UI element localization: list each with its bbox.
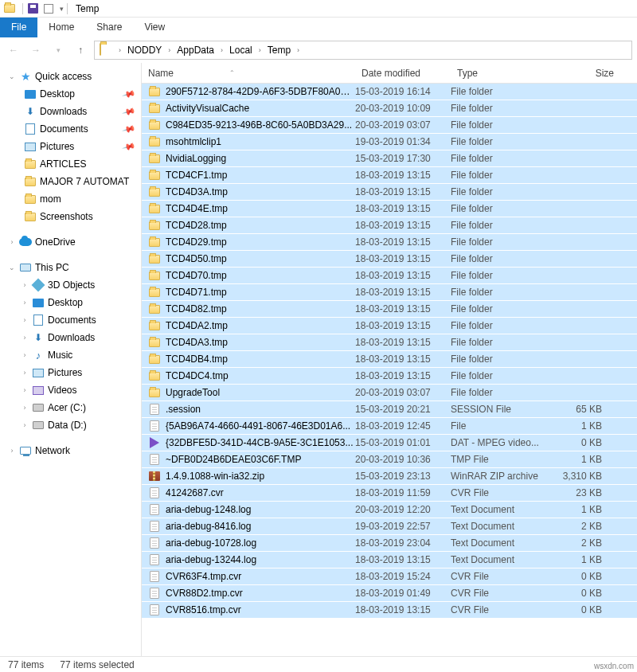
tree-item[interactable]: ›Desktop [0,294,141,311]
table-row[interactable]: ~DFB0D24B6DEAE03C6F.TMP20-03-2019 10:36T… [142,451,637,468]
col-name[interactable]: Name⌃ [142,68,355,79]
table-row[interactable]: TCD4D71.tmp18-03-2019 13:15File folder [142,284,637,301]
chevron-down-icon[interactable]: ⌄ [8,264,16,272]
table-row[interactable]: TCD4DB4.tmp18-03-2019 13:15File folder [142,351,637,368]
network-icon [19,444,32,457]
folder-icon [148,85,161,98]
col-date[interactable]: Date modified [355,68,451,79]
table-row[interactable]: ActivityVisualCache20-03-2019 10:09File … [142,100,637,117]
chevron-right-icon[interactable]: › [115,46,124,54]
chevron-right-icon[interactable]: › [21,281,29,289]
chevron-right-icon[interactable]: › [8,447,16,455]
chevron-right-icon[interactable]: › [256,46,264,54]
crumb-temp[interactable]: Temp [264,43,294,57]
table-row[interactable]: TCD4DC4.tmp18-03-2019 13:15File folder [142,368,637,385]
tree-item[interactable]: ›Data (D:) [0,416,141,434]
tree-network[interactable]: › Network [0,442,141,459]
crumb-noddy[interactable]: NODDY [124,43,165,57]
column-headers: Name⌃ Date modified Type Size [142,63,637,84]
table-row[interactable]: TCD4D29.tmp18-03-2019 13:15File folder [142,234,637,251]
table-row[interactable]: CVR63F4.tmp.cvr18-03-2019 15:24CVR File0… [142,568,637,585]
crumb-appdata[interactable]: AppData [174,43,217,57]
tree-item[interactable]: ⬇Downloads📌 [0,103,141,120]
table-row[interactable]: 1.4.9.1088-win-ia32.zip15-03-2019 23:13W… [142,468,637,485]
table-row[interactable]: UpgradeTool20-03-2019 03:07File folder [142,385,637,401]
tree-item[interactable]: ›Videos [0,381,141,399]
tree-item[interactable]: ARTICLES [0,155,141,173]
chevron-right-icon[interactable]: › [21,404,29,412]
chevron-right-icon[interactable]: › [165,46,174,54]
chevron-right-icon[interactable]: › [21,299,29,307]
chevron-right-icon[interactable]: › [217,46,226,54]
tree-item[interactable]: Screenshots [0,208,141,225]
save-icon[interactable] [26,2,39,15]
chevron-right-icon[interactable]: › [21,351,29,359]
table-row[interactable]: NvidiaLogging15-03-2019 17:30File folder [142,150,637,167]
chevron-right-icon[interactable]: › [8,238,16,246]
table-row[interactable]: {5AB96A74-4660-4491-8067-46E3D01A6...18-… [142,418,637,435]
tree-item[interactable]: Desktop📌 [0,85,141,103]
up-button[interactable]: ↑ [72,41,89,59]
table-row[interactable]: aria-debug-13244.log18-03-2019 13:15Text… [142,552,637,568]
col-type[interactable]: Type [451,68,549,79]
tree-item[interactable]: ›Acer (C:) [0,399,141,416]
table-row[interactable]: CVR88D2.tmp.cvr18-03-2019 01:49CVR File0… [142,585,637,602]
chevron-right-icon[interactable]: › [21,386,29,394]
table-row[interactable]: aria-debug-10728.log18-03-2019 23:04Text… [142,535,637,552]
table-row[interactable]: C984ED35-9213-496B-8C60-5A0BD3A29...20-0… [142,117,637,134]
tree-item[interactable]: mom [0,190,141,208]
table-row[interactable]: TCD4CF1.tmp18-03-2019 13:15File folder [142,167,637,184]
tree-item[interactable]: ›3D Objects [0,276,141,294]
table-row[interactable]: TCD4DA3.tmp18-03-2019 13:15File folder [142,334,637,351]
table-row[interactable]: TCD4D70.tmp18-03-2019 13:15File folder [142,268,637,284]
chevron-right-icon[interactable]: › [21,334,29,342]
back-button[interactable]: ← [5,41,22,59]
tree-item[interactable]: ›Pictures [0,364,141,381]
table-row[interactable]: 41242687.cvr18-03-2019 11:59CVR File23 K… [142,485,637,502]
properties-icon[interactable] [42,2,55,15]
chevron-down-icon[interactable]: ⌄ [8,72,16,80]
tab-share[interactable]: Share [85,18,133,37]
cell-size: 1 KB [549,554,608,565]
breadcrumb[interactable]: › NODDY › AppData › Local › Temp › [94,41,632,60]
tree-quick-access[interactable]: ⌄ ★ Quick access [0,68,141,85]
qat-dropdown-icon[interactable]: ▾ [60,5,64,13]
recent-dropdown-icon[interactable]: ▾ [49,41,67,59]
table-row[interactable]: TCD4D3A.tmp18-03-2019 13:15File folder [142,184,637,201]
cell-name: {5AB96A74-4660-4491-8067-46E3D01A6... [166,420,355,432]
chevron-right-icon[interactable]: › [294,46,303,54]
table-row[interactable]: {32DBFE5D-341D-44CB-9A5E-3C1E1053...15-0… [142,435,637,451]
table-row[interactable]: TCD4D28.tmp18-03-2019 13:15File folder [142,217,637,234]
chevron-right-icon[interactable]: › [21,421,29,429]
crumb-local[interactable]: Local [226,43,256,57]
tab-home[interactable]: Home [37,18,85,37]
tree-item[interactable]: ›♪Music [0,346,141,364]
nav-tree[interactable]: ⌄ ★ Quick access Desktop📌⬇Downloads📌Docu… [0,63,142,656]
table-row[interactable]: CVR8516.tmp.cvr18-03-2019 13:15CVR File0… [142,602,637,619]
table-row[interactable]: TCD4D4E.tmp18-03-2019 13:15File folder [142,201,637,217]
tree-item[interactable]: Documents📌 [0,120,141,138]
table-row[interactable]: TCD4D82.tmp18-03-2019 13:15File folder [142,301,637,318]
forward-button[interactable]: → [27,41,45,59]
tree-item[interactable]: MAJOR 7 AUTOMAT [0,173,141,190]
table-row[interactable]: TCD4DA2.tmp18-03-2019 13:15File folder [142,318,637,334]
tab-file[interactable]: File [0,18,37,37]
tree-item[interactable]: ›Documents [0,311,141,329]
table-row[interactable]: 290F5712-8784-42D9-A6F3-5DB7F80A0C...15-… [142,84,637,100]
down-icon: ⬇ [32,331,45,344]
cell-type: File folder [451,253,549,264]
cell-type: File folder [451,320,549,331]
chevron-right-icon[interactable]: › [21,369,29,377]
col-size[interactable]: Size [549,68,621,79]
tree-this-pc[interactable]: ⌄ This PC [0,259,141,276]
table-row[interactable]: msohtmlclip119-03-2019 01:34File folder [142,134,637,150]
table-row[interactable]: aria-debug-1248.log20-03-2019 12:20Text … [142,502,637,518]
table-row[interactable]: aria-debug-8416.log19-03-2019 22:57Text … [142,518,637,535]
tree-onedrive[interactable]: › OneDrive [0,233,141,251]
table-row[interactable]: TCD4D50.tmp18-03-2019 13:15File folder [142,251,637,268]
tree-item[interactable]: Pictures📌 [0,138,141,155]
table-row[interactable]: .session15-03-2019 20:21SESSION File65 K… [142,401,637,418]
chevron-right-icon[interactable]: › [21,316,29,324]
tree-item[interactable]: ›⬇Downloads [0,329,141,346]
tab-view[interactable]: View [133,18,176,37]
